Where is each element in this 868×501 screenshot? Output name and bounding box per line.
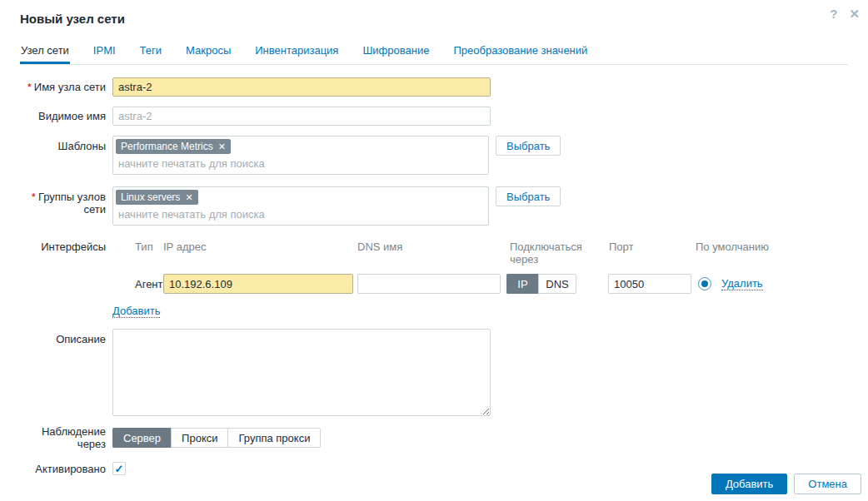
enabled-label: Активировано	[20, 463, 112, 475]
connect-via-ip-option[interactable]: IP	[506, 274, 538, 294]
column-port: Порт	[609, 241, 696, 265]
template-chip: Performance Metrics	[116, 139, 231, 154]
column-dns: DNS имя	[357, 241, 510, 265]
help-icon[interactable]: ?	[830, 7, 837, 22]
interface-type-label: Агент	[135, 278, 163, 290]
tab-ipmi[interactable]: IPMI	[92, 41, 117, 64]
dialog-footer: Добавить Отмена	[711, 474, 861, 494]
header-icons: ? ✕	[830, 7, 860, 22]
monitored-by-proxy-group-option[interactable]: Группа прокси	[227, 428, 321, 448]
monitored-by-toggle: Сервер Прокси Группа прокси	[112, 428, 321, 448]
remove-chip-icon[interactable]	[185, 192, 192, 203]
row-interfaces: Интерфейсы Тип IP адрес DNS имя Подключа…	[20, 241, 868, 317]
description-label: Описание	[20, 329, 112, 345]
interface-add-wrap: Добавить	[112, 305, 769, 317]
monitored-by-label: Наблюдение через	[20, 425, 112, 450]
interfaces-block: Тип IP адрес DNS имя Подключаться через …	[112, 241, 769, 317]
close-icon[interactable]: ✕	[849, 7, 860, 22]
row-host-groups: *Группы узлов сети Linux servers начните…	[20, 186, 868, 226]
required-asterisk: *	[27, 81, 32, 93]
column-default: По умолчанию	[696, 241, 769, 265]
host-name-label: *Имя узла сети	[20, 81, 112, 93]
templates-multiselect[interactable]: Performance Metrics начните печатать для…	[112, 136, 489, 175]
tab-tags[interactable]: Теги	[139, 41, 162, 64]
connect-via-toggle: IP DNS	[506, 274, 576, 294]
row-visible-name: Видимое имя	[20, 107, 868, 126]
monitored-by-server-option[interactable]: Сервер	[112, 428, 171, 448]
templates-search-placeholder: начните печатать для поиска	[116, 154, 486, 171]
tab-encryption[interactable]: Шифрование	[362, 41, 430, 64]
row-monitored-by: Наблюдение через Сервер Прокси Группа пр…	[20, 425, 868, 450]
column-type: Тип	[135, 241, 163, 265]
remove-chip-icon[interactable]	[218, 141, 226, 152]
interface-ip-input[interactable]	[163, 274, 353, 294]
host-groups-search-placeholder: начните печатать для поиска	[116, 205, 486, 222]
interfaces-column-headers: Тип IP адрес DNS имя Подключаться через …	[112, 241, 769, 265]
interface-port-input[interactable]	[608, 274, 691, 294]
interfaces-label: Интерфейсы	[20, 241, 112, 253]
monitored-by-proxy-option[interactable]: Прокси	[171, 428, 227, 448]
description-textarea[interactable]	[112, 329, 491, 416]
row-templates: Шаблоны Performance Metrics начните печа…	[20, 136, 868, 175]
tab-inventory[interactable]: Инвентаризация	[254, 41, 339, 64]
visible-name-input[interactable]	[112, 107, 491, 126]
interface-add-link[interactable]: Добавить	[112, 305, 160, 318]
tab-bar: Узел сети IPMI Теги Макросы Инвентаризац…	[20, 41, 848, 65]
host-groups-select-button[interactable]: Выбрать	[496, 186, 561, 206]
column-ip: IP адрес	[163, 241, 357, 265]
templates-label: Шаблоны	[20, 136, 112, 152]
new-host-dialog: Новый узел сети ? ✕ Узел сети IPMI Теги …	[0, 0, 868, 501]
interface-dns-input[interactable]	[357, 274, 501, 294]
default-interface-radio[interactable]	[698, 277, 711, 290]
column-connect-via: Подключаться через	[510, 241, 609, 265]
radio-dot	[701, 280, 708, 287]
enabled-checkbox[interactable]	[112, 462, 126, 475]
host-group-chip: Linux servers	[116, 190, 198, 205]
host-name-input[interactable]	[112, 77, 491, 97]
template-chip-label: Performance Metrics	[121, 141, 213, 152]
row-host-name: *Имя узла сети	[20, 77, 868, 97]
host-groups-multiselect[interactable]: Linux servers начните печатать для поиск…	[112, 186, 489, 226]
add-button[interactable]: Добавить	[711, 474, 787, 494]
host-form: *Имя узла сети Видимое имя Шаблоны Perfo…	[0, 77, 868, 475]
tab-macros[interactable]: Макросы	[185, 41, 232, 64]
cancel-button[interactable]: Отмена	[794, 474, 861, 494]
host-group-chip-label: Linux servers	[121, 191, 180, 203]
required-asterisk: *	[32, 191, 36, 203]
visible-name-label: Видимое имя	[20, 110, 112, 122]
dialog-header: Новый узел сети ? ✕	[0, 0, 868, 26]
tab-host[interactable]: Узел сети	[20, 41, 70, 64]
dialog-title: Новый узел сети	[20, 12, 848, 26]
connect-via-dns-option[interactable]: DNS	[538, 274, 576, 294]
row-description: Описание	[20, 329, 868, 416]
templates-select-button[interactable]: Выбрать	[496, 136, 561, 156]
interface-row-agent: Агент IP DNS Удалить	[112, 274, 769, 294]
host-groups-label: *Группы узлов сети	[20, 186, 112, 216]
tab-value-mapping[interactable]: Преобразование значений	[452, 41, 588, 64]
interface-remove-link[interactable]: Удалить	[721, 277, 763, 290]
